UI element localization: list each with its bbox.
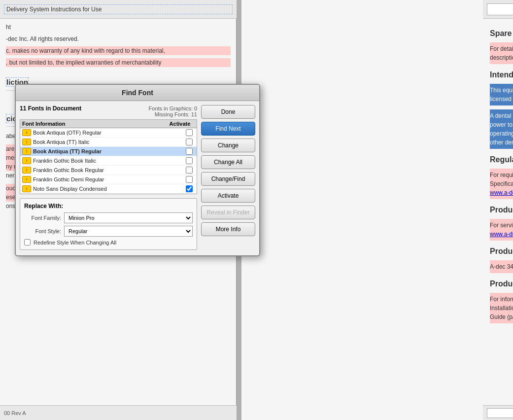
font-family-row: Font Family: Minion Pro (24, 212, 193, 223)
product-model-content: A-dec 342¶ (490, 260, 513, 273)
right-bottom-bar: ▼ (483, 405, 513, 420)
product-service-link[interactable]: www.a-dec.com (490, 231, 513, 238)
left-top-bar-text: Delivery System Instructions for Use (4, 4, 233, 14)
warn-icon-1: ! (22, 129, 31, 136)
product-service-content: For service information, contact your lo… (490, 219, 513, 241)
spare-parts-title: Spare Parts List¶ (490, 28, 513, 39)
right-bottom-search-input[interactable] (487, 408, 513, 418)
section-intended-application: Intended Application and Use¶ This equip… (490, 69, 513, 149)
find-next-button[interactable]: Find Next (201, 122, 255, 136)
left-top-bar: Delivery System Instructions for Use (0, 0, 237, 19)
font-row-2[interactable]: ! Book Antiqua (TT) Italic (20, 138, 197, 147)
font-checkbox-3[interactable] (186, 148, 193, 155)
font-name-7: Noto Sans Display Condensed (33, 186, 184, 192)
section-product-service: Product Service¶ For service information… (490, 204, 513, 241)
intended-app-content-2: A dental operative unit (with or without… (490, 109, 513, 149)
replace-with-section: Replace With: Font Family: Minion Pro Fo… (20, 198, 197, 250)
font-checkbox-7[interactable] (186, 185, 193, 192)
intended-app-content-1: This equipment/system is intended for di… (490, 84, 513, 105)
font-name-2: Book Antiqua (TT) Italic (33, 139, 184, 145)
change-all-button[interactable]: Change All (201, 155, 255, 169)
font-row-1[interactable]: ! Book Antiqua (OTF) Regular (20, 128, 197, 138)
font-style-select[interactable]: Regular (64, 226, 193, 237)
font-row-4[interactable]: ! Franklin Gothic Book Italic (20, 156, 197, 166)
reveal-in-finder-button[interactable]: Reveal in Finder (201, 206, 255, 219)
font-name-4: Franklin Gothic Book Italic (33, 158, 184, 164)
font-checkbox-6[interactable] (186, 176, 193, 183)
redefine-style-label: Redefine Style When Changing All (34, 240, 116, 245)
warn-icon-7: ! (22, 185, 31, 192)
find-font-dialog: Find Font 11 Fonts in Document Fonts in … (15, 84, 260, 256)
done-button[interactable]: Done (201, 105, 255, 119)
left-content-line2: -dec Inc. All rights reserved. (6, 35, 231, 43)
fonts-table: Font Information Activate ! Book Antiqua… (20, 119, 197, 194)
section-regulatory: Regulatory Information¶ For required reg… (490, 154, 513, 199)
warn-icon-3: ! (22, 148, 31, 155)
font-name-5: Franklin Gothic Book Regular (33, 167, 184, 173)
font-row-6[interactable]: ! Franklin Gothic Demi Regular (20, 175, 197, 184)
font-name-1: Book Antiqua (OTF) Regular (33, 130, 184, 136)
font-family-select[interactable]: Minion Pro (64, 212, 193, 223)
product-installation-title: Product installation¶ (490, 278, 513, 290)
more-info-button[interactable]: More Info (201, 222, 255, 236)
activate-button[interactable]: Activate (201, 189, 255, 203)
section-spare-parts: Spare Parts List¶ For details of product… (490, 28, 513, 64)
product-model-title: Product Model/Specification¶ (490, 245, 513, 257)
product-service-title: Product Service¶ (490, 204, 513, 216)
left-content-line1: ht (6, 23, 231, 32)
section-product-model: Product Model/Specification¶ A-dec 342¶ (490, 245, 513, 273)
fonts-table-header: Font Information Activate (20, 120, 197, 128)
right-top-bar: ▼ (483, 0, 513, 19)
replace-with-title: Replace With: (24, 203, 193, 210)
font-row-3[interactable]: ! Book Antiqua (TT) Regular (20, 147, 197, 156)
font-style-label: Font Style: (24, 228, 61, 234)
right-top-search-input[interactable] (487, 3, 513, 15)
dialog-title-bar: Find Font (16, 85, 259, 101)
font-name-6: Franklin Gothic Demi Regular (33, 176, 184, 182)
left-content-line3: c. makes no warranty of any kind with re… (6, 46, 231, 55)
redefine-style-row: Redefine Style When Changing All (24, 239, 193, 245)
dialog-left-section: 11 Fonts in Document Fonts in Graphics: … (20, 105, 197, 250)
font-checkbox-1[interactable] (186, 129, 193, 136)
right-panel: ▼ Spare Parts List¶ For details of produ… (241, 0, 513, 420)
font-checkbox-4[interactable] (186, 157, 193, 164)
font-family-label: Font Family: (24, 215, 61, 221)
change-button[interactable]: Change (201, 139, 255, 152)
redefine-style-checkbox[interactable] (24, 239, 31, 245)
warn-icon-4: ! (22, 157, 31, 164)
dialog-buttons: Done Find Next Change Change All Change/… (201, 105, 255, 250)
right-body: Spare Parts List¶ For details of product… (483, 19, 513, 420)
font-row-7[interactable]: ! Noto Sans Display Condensed (20, 184, 197, 194)
font-checkbox-5[interactable] (186, 167, 193, 174)
dialog-fonts-header: 11 Fonts in Document Fonts in Graphics: … (20, 105, 197, 117)
regulatory-link[interactable]: www.a-dec.com (490, 189, 513, 196)
change-find-button[interactable]: Change/Find (201, 172, 255, 186)
regulatory-content: For required regulatory information and … (490, 169, 513, 199)
font-row-5[interactable]: ! Franklin Gothic Book Regular (20, 166, 197, 175)
font-checkbox-2[interactable] (186, 139, 193, 145)
left-content-line4: , but not limited to, the implied warran… (6, 58, 231, 67)
fonts-count-label: 11 Fonts in Document (20, 105, 81, 112)
product-installation-content: For information on the assembly and moun… (490, 293, 513, 323)
intended-app-title: Intended Application and Use¶ (490, 69, 513, 81)
font-style-row: Font Style: Regular (24, 226, 193, 237)
dialog-body: 11 Fonts in Document Fonts in Graphics: … (16, 101, 259, 254)
section-product-installation: Product installation¶ For information on… (490, 278, 513, 323)
regulatory-title: Regulatory Information¶ (490, 154, 513, 166)
left-bottom-bar: 00 Rev A (0, 405, 237, 420)
warn-icon-6: ! (22, 176, 31, 183)
warn-icon-5: ! (22, 167, 31, 174)
font-name-3: Book Antiqua (TT) Regular (33, 148, 184, 154)
warn-icon-2: ! (22, 139, 31, 145)
fonts-meta: Fonts in Graphics: 0 Missing Fonts: 11 (149, 105, 197, 117)
spare-parts-content: For details of product accessories, wear… (490, 42, 513, 64)
